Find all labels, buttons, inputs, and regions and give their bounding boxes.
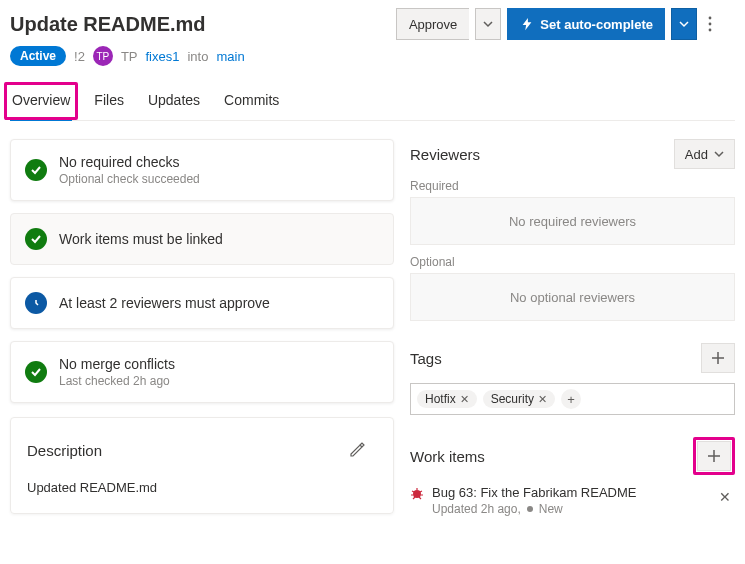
remove-tag-hotfix[interactable]: ✕ [460,393,469,406]
required-reviewers-empty: No required reviewers [410,197,735,245]
check-title: No merge conflicts [59,356,175,372]
clock-icon [25,292,47,314]
svg-point-2 [709,29,712,32]
vertical-dots-icon [703,16,717,32]
check-title: No required checks [59,154,200,170]
chevron-down-icon [679,19,689,29]
add-tag-button[interactable] [701,343,735,373]
pr-title: Update README.md [10,13,388,36]
avatar[interactable]: TP [93,46,113,66]
tab-files[interactable]: Files [92,86,126,120]
inline-add-tag[interactable]: + [561,389,581,409]
add-work-item-button[interactable] [697,441,731,471]
check-card-merge-conflicts: No merge conflicts Last checked 2h ago [10,341,394,403]
check-circle-icon [25,228,47,250]
description-body: Updated README.md [27,480,377,495]
more-actions-button[interactable] [703,16,735,32]
work-items-section: Work items Bug 63: Fix the Fabrikam READ… [410,437,735,516]
check-title: At least 2 reviewers must approve [59,295,270,311]
work-item-title: Bug 63: Fix the Fabrikam README [432,485,707,500]
status-badge: Active [10,46,66,66]
source-branch-link[interactable]: fixes1 [146,49,180,64]
tab-bar: Overview Files Updates Commits [10,86,735,121]
work-items-heading: Work items [410,448,485,465]
tag-input-row[interactable]: Hotfix ✕ Security ✕ + [410,383,735,415]
description-card: Description Updated README.md [10,417,394,514]
check-card-reviewers-approve: At least 2 reviewers must approve [10,277,394,329]
status-dot-icon [527,506,533,512]
pr-number: !2 [74,49,85,64]
work-item-sub: Updated 2h ago, New [432,502,707,516]
target-branch-link[interactable]: main [216,49,244,64]
check-sub: Optional check succeeded [59,172,200,186]
author-initials: TP [121,49,138,64]
svg-point-1 [709,23,712,26]
auto-complete-dropdown[interactable] [671,8,697,40]
edit-description-button[interactable] [349,436,377,464]
reviewers-heading: Reviewers [410,146,480,163]
check-title: Work items must be linked [59,231,223,247]
plus-icon [711,351,725,365]
approve-button[interactable]: Approve [396,8,469,40]
tag-security: Security ✕ [483,390,555,408]
approve-dropdown[interactable] [475,8,501,40]
into-word: into [187,49,208,64]
check-card-required-checks: No required checks Optional check succee… [10,139,394,201]
pencil-icon [349,442,365,458]
set-auto-complete-button[interactable]: Set auto-complete [507,8,665,40]
remove-work-item-button[interactable]: ✕ [715,485,735,509]
tags-section: Tags Hotfix ✕ Security ✕ + [410,343,735,415]
tab-overview[interactable]: Overview [10,86,72,121]
svg-point-0 [709,17,712,20]
tab-updates[interactable]: Updates [146,86,202,120]
add-reviewer-button[interactable]: Add [674,139,735,169]
chevron-down-icon [714,149,724,159]
reviewers-section: Reviewers Add Required No required revie… [410,139,735,321]
check-circle-icon [25,159,47,181]
tags-heading: Tags [410,350,442,367]
bug-icon [410,487,424,501]
chevron-down-icon [483,19,493,29]
required-label: Required [410,179,735,193]
optional-label: Optional [410,255,735,269]
tab-commits[interactable]: Commits [222,86,281,120]
optional-reviewers-empty: No optional reviewers [410,273,735,321]
work-item-row[interactable]: Bug 63: Fix the Fabrikam README Updated … [410,485,735,516]
lightning-icon [520,17,534,31]
check-sub: Last checked 2h ago [59,374,175,388]
remove-tag-security[interactable]: ✕ [538,393,547,406]
description-heading: Description [27,442,102,459]
check-circle-icon [25,361,47,383]
svg-point-4 [413,490,421,498]
check-card-work-items-linked: Work items must be linked [10,213,394,265]
plus-icon [707,449,721,463]
tag-hotfix: Hotfix ✕ [417,390,477,408]
